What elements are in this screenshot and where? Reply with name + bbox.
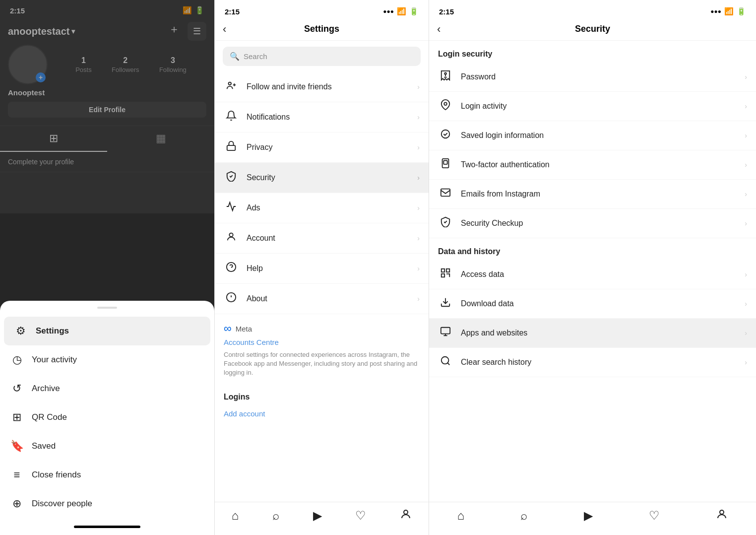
security-item-password[interactable]: Password › bbox=[429, 63, 756, 92]
menu-icon[interactable]: ☰ bbox=[188, 22, 206, 41]
svg-rect-13 bbox=[443, 161, 447, 164]
sheet-item-qrcode[interactable]: ⊞ QR Code bbox=[0, 403, 214, 432]
notifications-icon bbox=[224, 110, 239, 124]
settings-item-notifications[interactable]: Notifications › bbox=[215, 102, 429, 133]
follow-icon bbox=[224, 80, 239, 94]
security-title: Security bbox=[575, 24, 610, 34]
close-friends-label: Close friends bbox=[32, 470, 81, 480]
security-item-saved-login[interactable]: Saved login information › bbox=[429, 121, 756, 150]
apps-label: Apps and websites bbox=[461, 329, 737, 337]
security-item-apps[interactable]: Apps and websites › bbox=[429, 319, 756, 348]
help-chevron: › bbox=[417, 265, 420, 272]
svg-point-2 bbox=[229, 233, 233, 237]
home-nav-icon[interactable]: ⌂ bbox=[232, 509, 239, 523]
sheet-handle bbox=[97, 307, 117, 309]
emails-icon bbox=[438, 187, 453, 201]
sheet-item-close-friends[interactable]: ≡ Close friends bbox=[0, 461, 214, 489]
checkup-chevron: › bbox=[745, 219, 747, 227]
password-chevron: › bbox=[745, 73, 747, 81]
notifications-chevron: › bbox=[417, 113, 420, 121]
help-icon bbox=[224, 262, 239, 275]
svg-rect-14 bbox=[441, 189, 450, 197]
stat-following: 3 Following bbox=[159, 56, 187, 73]
home-indicator bbox=[74, 526, 140, 528]
profile-avatar-area: + 1 Posts 2 Followers 3 Following bbox=[0, 45, 214, 88]
follow-chevron: › bbox=[417, 83, 420, 91]
settings-item-account[interactable]: Account › bbox=[215, 223, 429, 254]
account-label: Account bbox=[247, 234, 409, 243]
security-item-clear-search[interactable]: Clear search history › bbox=[429, 348, 756, 377]
search-bar[interactable]: 🔍 Search bbox=[223, 47, 421, 66]
security-item-download[interactable]: Download data › bbox=[429, 289, 756, 319]
back-button-security[interactable]: ‹ bbox=[437, 23, 441, 36]
svg-line-21 bbox=[447, 363, 449, 365]
bottom-nav-middle: ⌂ ⌕ ▶ ♡ bbox=[215, 502, 429, 535]
search-nav-icon-right[interactable]: ⌕ bbox=[520, 509, 527, 523]
tab-grid[interactable]: ⊞ bbox=[0, 126, 107, 152]
bottom-nav-right: ⌂ ⌕ ▶ ♡ bbox=[429, 502, 756, 535]
saved-login-label: Saved login information bbox=[461, 131, 737, 140]
settings-icon: ⚙ bbox=[14, 325, 28, 337]
sheet-item-saved[interactable]: 🔖 Saved bbox=[0, 432, 214, 461]
settings-item-security[interactable]: Security › bbox=[215, 163, 429, 193]
svg-point-8 bbox=[404, 510, 408, 514]
login-activity-chevron: › bbox=[745, 102, 747, 110]
settings-item-help[interactable]: Help › bbox=[215, 254, 429, 284]
settings-item-follow[interactable]: Follow and invite friends › bbox=[215, 72, 429, 102]
settings-label: Settings bbox=[36, 326, 69, 336]
profile-tabs: ⊞ ▦ bbox=[0, 126, 214, 152]
profile-name: Anooptest bbox=[0, 88, 214, 100]
emails-chevron: › bbox=[745, 190, 747, 198]
settings-item-privacy[interactable]: Privacy › bbox=[215, 133, 429, 163]
username-row: anooptestact ▾ bbox=[8, 26, 75, 37]
svg-point-0 bbox=[229, 82, 232, 85]
sheet-item-settings[interactable]: ⚙ Settings bbox=[4, 317, 210, 345]
settings-title: Settings bbox=[304, 24, 339, 34]
status-time-right: 2:15 bbox=[439, 7, 454, 16]
emails-label: Emails from Instagram bbox=[461, 190, 737, 199]
heart-nav-icon-right[interactable]: ♡ bbox=[649, 509, 660, 523]
checkup-icon bbox=[438, 216, 453, 230]
back-button-settings[interactable]: ‹ bbox=[223, 23, 226, 36]
about-label: About bbox=[247, 294, 409, 303]
reels-tab-icon: ▦ bbox=[156, 132, 166, 145]
svg-rect-17 bbox=[441, 274, 444, 277]
password-icon bbox=[438, 70, 453, 84]
security-item-checkup[interactable]: Security Checkup › bbox=[429, 209, 756, 238]
settings-item-about[interactable]: About › bbox=[215, 284, 429, 314]
discover-icon: ⊕ bbox=[10, 497, 24, 510]
access-data-chevron: › bbox=[745, 270, 747, 278]
activity-icon: ◷ bbox=[10, 353, 24, 366]
reels-nav-icon[interactable]: ▶ bbox=[313, 509, 322, 523]
security-item-login-activity[interactable]: Login activity › bbox=[429, 92, 756, 121]
tab-reels[interactable]: ▦ bbox=[107, 126, 214, 152]
home-nav-icon-right[interactable]: ⌂ bbox=[457, 509, 465, 523]
activity-label: Your activity bbox=[32, 355, 77, 365]
clear-search-icon bbox=[438, 355, 453, 369]
security-item-access-data[interactable]: Access data › bbox=[429, 260, 756, 289]
sheet-item-archive[interactable]: ↺ Archive bbox=[0, 374, 214, 403]
search-nav-icon[interactable]: ⌕ bbox=[272, 509, 279, 523]
reels-nav-icon-right[interactable]: ▶ bbox=[584, 509, 593, 523]
sheet-item-discover[interactable]: ⊕ Discover people bbox=[0, 489, 214, 518]
profile-nav-icon-right[interactable] bbox=[716, 508, 728, 523]
heart-nav-icon[interactable]: ♡ bbox=[355, 509, 366, 523]
account-icon bbox=[224, 231, 239, 245]
status-bar-right: 2:15 ●●● 📶 🔋 bbox=[429, 0, 756, 20]
security-icon bbox=[224, 171, 239, 185]
security-chevron: › bbox=[417, 174, 420, 182]
avatar-plus-icon: + bbox=[36, 72, 46, 82]
security-item-2fa[interactable]: Two-factor authentication › bbox=[429, 150, 756, 180]
edit-profile-button[interactable]: Edit Profile bbox=[8, 102, 206, 118]
add-post-icon[interactable]: ＋ bbox=[169, 22, 180, 41]
status-icons-left: 📶 🔋 bbox=[183, 6, 204, 15]
accounts-centre-link[interactable]: Accounts Centre bbox=[215, 337, 429, 348]
ads-chevron: › bbox=[417, 204, 420, 212]
sheet-item-activity[interactable]: ◷ Your activity bbox=[0, 345, 214, 374]
settings-item-ads[interactable]: Ads › bbox=[215, 193, 429, 223]
security-item-emails[interactable]: Emails from Instagram › bbox=[429, 180, 756, 209]
access-data-label: Access data bbox=[461, 270, 737, 279]
profile-nav-icon[interactable] bbox=[400, 508, 412, 523]
add-account-link[interactable]: Add account bbox=[215, 405, 429, 426]
middle-panel: 2:15 ●●● 📶 🔋 ‹ Settings 🔍 Search Follow … bbox=[214, 0, 429, 535]
